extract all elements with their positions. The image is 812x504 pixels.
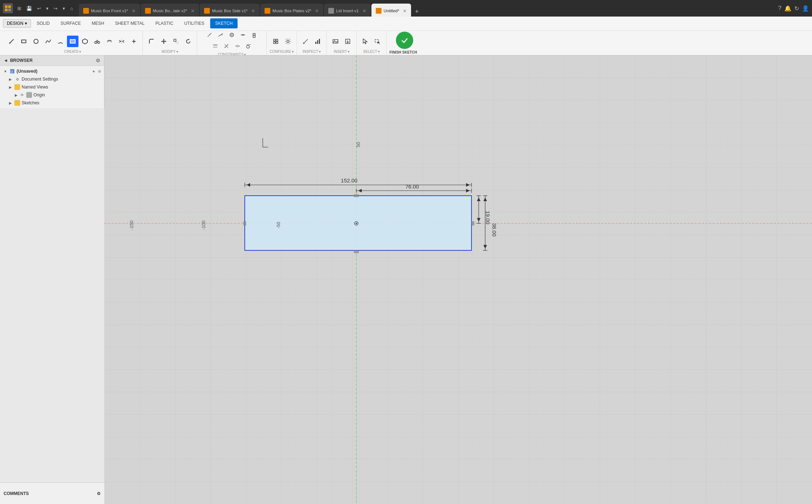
arc-tool-button[interactable] (55, 36, 66, 47)
tab-close[interactable]: ✕ (132, 8, 136, 14)
inspect-arrow-icon[interactable]: ▾ (319, 50, 321, 54)
sketch-palette: SKETCH PALETTE (104, 55, 115, 95)
mode-surface[interactable]: SURFACE (55, 18, 86, 28)
perp-constraint-button[interactable] (221, 41, 231, 51)
midpoint-constraint-button[interactable] (238, 31, 248, 40)
insert-import-button[interactable] (342, 36, 353, 47)
svg-marker-82 (358, 189, 362, 192)
help-icon[interactable]: ? (778, 5, 781, 12)
browser-settings-icon[interactable]: ⚙ (96, 58, 100, 63)
insert-image-button[interactable] (330, 36, 341, 47)
tree-item-unsaved[interactable]: ▼ U (Unsaved) ● ⊕ (0, 67, 104, 75)
tab-music-box-front[interactable]: Music Box Front v1* ✕ (79, 4, 140, 17)
tab-music-box-side[interactable]: Music Box Side v1* ✕ (200, 4, 260, 17)
main-area: ◄ BROWSER ⚙ ▼ U (Unsaved) ● ⊕ (0, 55, 812, 504)
tab-close[interactable]: ✕ (362, 8, 366, 14)
fix-constraint-button[interactable] (249, 31, 259, 40)
svg-text:U: U (10, 70, 13, 73)
redo-dropdown-icon[interactable]: ▾ (61, 5, 67, 12)
collinear-constraint-button[interactable] (216, 31, 226, 40)
tab-music-box-plate[interactable]: Music Bo...late v2* ✕ (141, 4, 199, 17)
mode-sheet-metal[interactable]: SHEET METAL (110, 18, 149, 28)
svg-marker-89 (477, 218, 481, 222)
window-select-button[interactable] (372, 36, 383, 47)
tree-item-sketches[interactable]: ▶ Sketches (0, 99, 104, 107)
save-icon[interactable]: 💾 (25, 5, 33, 12)
design-label: DESIGN (7, 21, 23, 26)
point-tool-button[interactable] (128, 36, 140, 47)
browser-back-icon[interactable]: ◄ (4, 58, 8, 63)
parallel-constraint-button[interactable] (210, 41, 220, 51)
refresh-icon[interactable]: ↻ (794, 5, 799, 12)
tab-untitled[interactable]: Untitled* ✕ (371, 4, 411, 17)
tab-close[interactable]: ✕ (251, 8, 255, 14)
tab-close[interactable]: ✕ (191, 8, 195, 14)
mode-mesh[interactable]: MESH (87, 18, 109, 28)
svg-marker-7 (82, 39, 87, 44)
select-group: SELECT ▾ (357, 31, 387, 55)
create-buttons (6, 31, 140, 50)
tab-lid-insert[interactable]: Lid Insert v1 ✕ (324, 4, 371, 17)
constraints-arrow-icon[interactable]: ▾ (244, 53, 246, 55)
coincident-constraint-button[interactable] (204, 31, 215, 40)
mode-sketch[interactable]: SKETCH (210, 18, 238, 28)
sketch-rect-button[interactable] (67, 36, 78, 47)
trim-tool-button[interactable] (91, 36, 103, 47)
rectangle-tool-button[interactable] (18, 36, 30, 47)
svg-rect-71 (243, 221, 246, 226)
tree-item-doc-settings[interactable]: ▶ ⚙ Document Settings (0, 75, 104, 83)
circle-tool-button[interactable] (30, 36, 42, 47)
configure-settings-button[interactable] (282, 36, 294, 47)
grid-menu-icon[interactable]: ⊞ (16, 5, 23, 12)
svg-point-26 (230, 33, 234, 37)
home-icon[interactable]: ⌂ (69, 5, 75, 12)
polygon-tool-button[interactable] (79, 36, 91, 47)
spline-tool-button[interactable] (42, 36, 54, 47)
rotate-tool-button[interactable] (182, 36, 194, 47)
design-dropdown-button[interactable]: DESIGN ▾ (3, 19, 31, 28)
tab-label: Untitled* (384, 9, 399, 13)
redo-icon[interactable]: ↪ (52, 5, 59, 12)
tree-item-origin[interactable]: ▶ 👁 Origin (0, 91, 104, 99)
tree-icon-gear: ⚙ (14, 76, 20, 82)
line-tool-button[interactable] (6, 36, 17, 47)
mode-solid[interactable]: SOLID (32, 18, 55, 28)
tree-arrow: ▶ (8, 77, 13, 81)
mirror-tool-button[interactable] (116, 36, 127, 47)
svg-text:-50: -50 (276, 222, 281, 229)
inspect-analyze-button[interactable] (312, 36, 324, 47)
fillet-tool-button[interactable] (146, 36, 157, 47)
configure-arrow-icon[interactable]: ▾ (292, 50, 294, 54)
canvas-area[interactable]: SKETCH PALETTE TOP Z X Select sketch obj… (104, 55, 812, 504)
offset-tool-button[interactable] (104, 36, 115, 47)
svg-marker-17 (161, 41, 163, 42)
tree-item-named-views[interactable]: ▶ Named Views (0, 83, 104, 91)
measure-button[interactable] (300, 36, 311, 47)
comments-settings-icon[interactable]: ⚙ (97, 491, 101, 496)
select-label: SELECT ▾ (363, 50, 380, 55)
new-tab-button[interactable]: + (412, 6, 422, 17)
undo-dropdown-icon[interactable]: ▾ (45, 5, 50, 12)
tree-icon-folder-sketches (14, 100, 20, 106)
horiz-constraint-button[interactable] (233, 41, 243, 51)
svg-marker-83 (466, 189, 470, 192)
insert-arrow-icon[interactable]: ▾ (348, 50, 349, 54)
mode-utilities[interactable]: UTILITIES (179, 18, 209, 28)
tab-music-box-plates[interactable]: Music Box Plates v2* ✕ (260, 4, 323, 17)
select-arrow-icon[interactable]: ▾ (378, 50, 380, 54)
undo-icon[interactable]: ↩ (36, 5, 42, 12)
tab-close[interactable]: ✕ (315, 8, 319, 14)
move-tool-button[interactable] (158, 36, 170, 47)
create-arrow-icon[interactable]: ▾ (79, 50, 81, 54)
modify-arrow-icon[interactable]: ▾ (176, 50, 178, 54)
account-icon[interactable]: 👤 (802, 5, 809, 12)
select-button[interactable] (360, 36, 371, 47)
grid-button[interactable] (270, 36, 281, 47)
scale-tool-button[interactable] (170, 36, 182, 47)
mode-plastic[interactable]: PLASTIC (150, 18, 179, 28)
concentric-constraint-button[interactable] (227, 31, 237, 40)
tab-close[interactable]: ✕ (403, 8, 407, 14)
notifications-icon[interactable]: 🔔 (784, 5, 791, 12)
finish-sketch-button[interactable] (396, 32, 413, 49)
tang-constraint-button[interactable] (244, 41, 254, 51)
